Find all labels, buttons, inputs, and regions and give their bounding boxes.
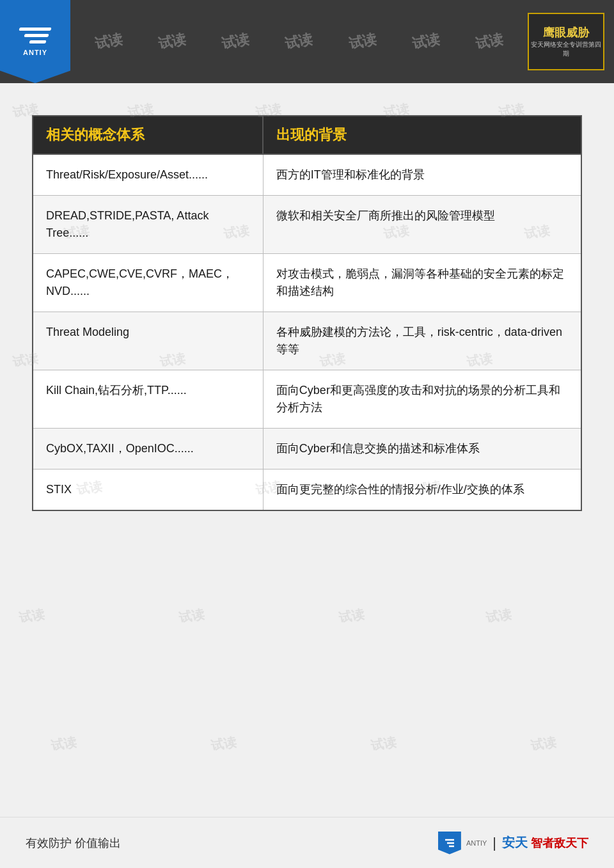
logo-label: ANTIY <box>23 49 47 56</box>
background-cell-5: 面向Cyber和信息交换的描述和标准体系 <box>263 429 581 470</box>
header-wm-6: 试读 <box>411 29 442 53</box>
logo-lines <box>19 28 51 43</box>
top-right-brand-box: 鹰眼威胁 安天网络安全专训营第四期 <box>528 13 604 70</box>
concept-cell-2: CAPEC,CWE,CVE,CVRF，MAEC，NVD...... <box>33 254 263 312</box>
table-row: STIX 面向更完整的综合性的情报分析/作业/交换的体系 <box>33 470 581 511</box>
watermark-17: 试读 <box>178 606 206 627</box>
watermark-19: 试读 <box>485 606 513 627</box>
table-row: Threat/Risk/Exposure/Asset...... 西方的IT管理… <box>33 154 581 196</box>
table-row: Threat Modeling 各种威胁建模的方法论，工具，risk-centr… <box>33 312 581 370</box>
background-cell-1: 微软和相关安全厂商所推出的风险管理模型 <box>263 196 581 254</box>
table-row: CybOX,TAXII，OpenIOC...... 面向Cyber和信息交换的描… <box>33 429 581 470</box>
watermark-16: 试读 <box>18 606 46 627</box>
header-wm-5: 试读 <box>347 29 378 53</box>
logo-line-1 <box>19 28 51 31</box>
table-row: Kill Chain,钻石分析,TTP...... 面向Cyber和更高强度的攻… <box>33 370 581 429</box>
col1-header: 相关的概念体系 <box>33 116 263 154</box>
concept-table: 相关的概念体系 出现的背景 Threat/Risk/Exposure/Asset… <box>32 115 582 511</box>
header-wm-1: 试读 <box>93 29 124 53</box>
footer-slogan: 智者敌天下 <box>531 835 588 851</box>
header-wm-2: 试读 <box>157 29 188 53</box>
concept-cell-0: Threat/Risk/Exposure/Asset...... <box>33 154 263 196</box>
watermark-23: 试读 <box>530 734 558 755</box>
top-right-brand-name: 鹰眼威胁 <box>543 25 589 40</box>
watermark-18: 试读 <box>338 606 366 627</box>
concept-cell-3: Threat Modeling <box>33 312 263 370</box>
table-row: CAPEC,CWE,CVE,CVRF，MAEC，NVD...... 对攻击模式，… <box>33 254 581 312</box>
logo-line-3 <box>29 40 46 43</box>
footer: 有效防护 价值输出 ANTIY | 安天 智者敌天下 <box>0 817 614 868</box>
col2-header: 出现的背景 <box>263 116 581 154</box>
logo-line-2 <box>24 34 49 37</box>
header-wm-7: 试读 <box>474 29 505 53</box>
header: ANTIY 试读 试读 试读 试读 试读 试读 试读 鹰眼威胁 安天网络安全专训… <box>0 0 614 83</box>
footer-antiy-label: ANTIY <box>466 839 487 847</box>
concept-cell-4: Kill Chain,钻石分析,TTP...... <box>33 370 263 429</box>
footer-left-text: 有效防护 价值输出 <box>26 835 121 851</box>
background-cell-6: 面向更完整的综合性的情报分析/作业/交换的体系 <box>263 470 581 511</box>
header-wm-3: 试读 <box>220 29 251 53</box>
table-row: DREAD,STRIDE,PASTA, Attack Tree...... 微软… <box>33 196 581 254</box>
header-wm-4: 试读 <box>283 29 315 53</box>
concept-cell-1: DREAD,STRIDE,PASTA, Attack Tree...... <box>33 196 263 254</box>
watermark-20: 试读 <box>50 734 78 755</box>
concept-cell-5: CybOX,TAXII，OpenIOC...... <box>33 429 263 470</box>
watermark-21: 试读 <box>210 734 238 755</box>
concept-cell-6: STIX <box>33 470 263 511</box>
antiy-logo: ANTIY <box>0 0 70 83</box>
top-right-brand-sub: 安天网络安全专训营第四期 <box>529 40 603 58</box>
background-cell-2: 对攻击模式，脆弱点，漏洞等各种基础的安全元素的标定和描述结构 <box>263 254 581 312</box>
header-watermarks: 试读 试读 试读 试读 试读 试读 试读 <box>70 32 528 51</box>
main-content: 相关的概念体系 出现的背景 Threat/Risk/Exposure/Asset… <box>0 83 614 537</box>
background-cell-4: 面向Cyber和更高强度的攻击和对抗的场景的分析工具和分析方法 <box>263 370 581 429</box>
background-cell-3: 各种威胁建模的方法论，工具，risk-centric，data-driven等等 <box>263 312 581 370</box>
footer-brand-name: 安天 <box>502 834 528 851</box>
footer-logo-icon <box>438 832 461 855</box>
background-cell-0: 西方的IT管理和标准化的背景 <box>263 154 581 196</box>
footer-divider: | <box>492 835 496 851</box>
footer-logo: ANTIY <box>438 832 487 855</box>
watermark-22: 试读 <box>370 734 398 755</box>
footer-right: ANTIY | 安天 智者敌天下 <box>438 832 588 855</box>
